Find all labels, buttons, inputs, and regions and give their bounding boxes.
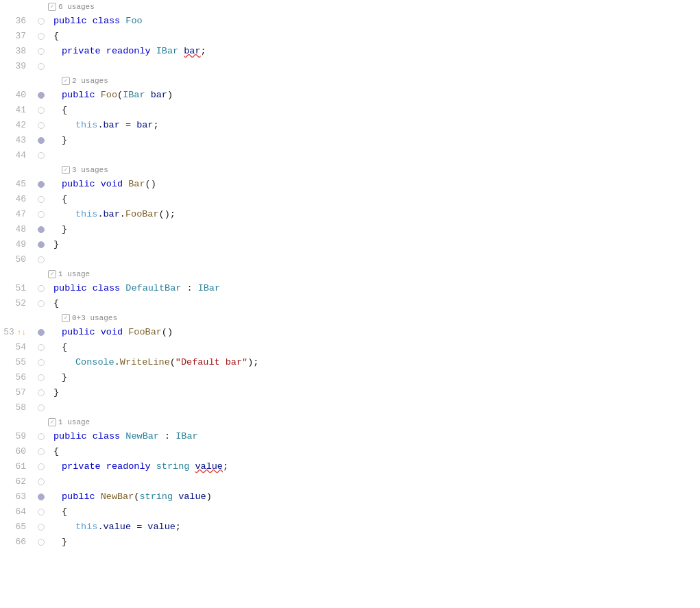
line-num-48: 48 <box>0 222 34 237</box>
code-line-36: 36 public class Foo <box>0 14 700 29</box>
breakpoint-57[interactable] <box>34 389 48 396</box>
line-num-45: 45 <box>0 177 34 192</box>
breakpoint-37[interactable] <box>34 33 48 40</box>
badge-icon-40: ✓ <box>62 77 70 85</box>
line-num-38: 38 <box>0 44 34 59</box>
usages-text-51: 1 usage <box>58 267 90 281</box>
code-content-63: public NewBar(string value) <box>48 489 700 504</box>
code-content-64: { <box>48 504 700 520</box>
code-content-51: public class DefaultBar : IBar <box>48 281 700 296</box>
line-num-53: 53 ↑↓ <box>0 325 34 340</box>
code-content-61: private readonly string value; <box>48 459 700 474</box>
breakpoint-38[interactable] <box>34 48 48 55</box>
code-line-40: 40 public Foo(IBar bar) <box>0 88 700 103</box>
code-content-65: this.value = value; <box>48 520 700 535</box>
code-line-58: 58 <box>0 400 700 415</box>
line-num-57: 57 <box>0 385 34 400</box>
code-content-45: public void Bar() <box>48 177 700 192</box>
breakpoint-49[interactable] <box>34 241 48 248</box>
usages-line-45[interactable]: ✓ 3 usages <box>0 163 700 177</box>
code-line-39: 39 <box>0 59 700 74</box>
usages-text-53: 0+3 usages <box>72 311 117 325</box>
line-num-60: 60 <box>0 444 34 459</box>
breakpoint-40[interactable] <box>34 92 48 99</box>
breakpoint-42[interactable] <box>34 122 48 129</box>
code-content-60: { <box>48 444 700 459</box>
breakpoint-44[interactable] <box>34 152 48 159</box>
code-line-45: 45 public void Bar() <box>0 177 700 192</box>
breakpoint-66[interactable] <box>34 539 48 546</box>
code-content-52: { <box>48 296 700 311</box>
code-line-54: 54 { <box>0 340 700 355</box>
breakpoint-41[interactable] <box>34 107 48 114</box>
breakpoint-54[interactable] <box>34 344 48 351</box>
usages-badge-36[interactable]: ✓ 6 usages <box>48 0 95 14</box>
badge-icon-53: ✓ <box>62 314 70 322</box>
breakpoint-61[interactable] <box>34 463 48 470</box>
line-num-39: 39 <box>0 59 34 74</box>
breakpoint-45[interactable] <box>34 181 48 188</box>
usages-line-36[interactable]: ✓ 6 usages <box>0 0 700 14</box>
line-num-54: 54 <box>0 340 34 355</box>
code-content-47: this.bar.FooBar(); <box>48 207 700 222</box>
breakpoint-64[interactable] <box>34 509 48 515</box>
code-line-63: 63 public NewBar(string value) <box>0 489 700 504</box>
code-line-52: 52 { <box>0 296 700 311</box>
breakpoint-51[interactable] <box>34 285 48 292</box>
usages-badge-40[interactable]: ✓ 2 usages <box>62 74 108 88</box>
code-line-51: 51 public class DefaultBar : IBar <box>0 281 700 296</box>
usages-badge-51[interactable]: ✓ 1 usage <box>48 267 90 281</box>
code-content-66: } <box>48 535 700 550</box>
code-line-61: 61 private readonly string value; <box>0 459 700 474</box>
code-content-36: public class Foo <box>48 14 700 29</box>
code-line-42: 42 this.bar = bar; <box>0 118 700 133</box>
code-line-53: 53 ↑↓ public void FooBar() <box>0 325 700 340</box>
breakpoint-52[interactable] <box>34 300 48 307</box>
usages-text-40: 2 usages <box>72 74 108 88</box>
breakpoint-50[interactable] <box>34 256 48 263</box>
badge-icon-45: ✓ <box>62 166 70 174</box>
breakpoint-53[interactable] <box>34 329 48 336</box>
badge-icon-36: ✓ <box>48 3 56 11</box>
code-content-53: public void FooBar() <box>48 325 700 340</box>
code-line-60: 60 { <box>0 444 700 459</box>
code-line-66: 66 } <box>0 535 700 550</box>
usages-text-59: 1 usage <box>58 415 90 429</box>
line-num-62: 62 <box>0 474 34 489</box>
breakpoint-36[interactable] <box>34 18 48 25</box>
breakpoint-58[interactable] <box>34 404 48 411</box>
breakpoint-43[interactable] <box>34 137 48 144</box>
code-content-55: Console.WriteLine("Default bar"); <box>48 355 700 370</box>
line-num-46: 46 <box>0 192 34 207</box>
code-content-38: private readonly IBar bar; <box>48 44 700 59</box>
code-line-65: 65 this.value = value; <box>0 520 700 535</box>
line-num-55: 55 <box>0 355 34 370</box>
usages-badge-53[interactable]: ✓ 0+3 usages <box>62 311 117 325</box>
code-content-54: { <box>48 340 700 355</box>
code-content-43: } <box>48 133 700 148</box>
breakpoint-39[interactable] <box>34 63 48 70</box>
breakpoint-59[interactable] <box>34 433 48 440</box>
usages-line-59[interactable]: ✓ 1 usage <box>0 415 700 429</box>
breakpoint-55[interactable] <box>34 359 48 366</box>
usages-line-51[interactable]: ✓ 1 usage <box>0 267 700 281</box>
line-num-58: 58 <box>0 400 34 415</box>
breakpoint-48[interactable] <box>34 226 48 233</box>
breakpoint-47[interactable] <box>34 211 48 218</box>
usages-badge-59[interactable]: ✓ 1 usage <box>48 415 90 429</box>
breakpoint-56[interactable] <box>34 374 48 381</box>
breakpoint-60[interactable] <box>34 448 48 455</box>
usages-badge-45[interactable]: ✓ 3 usages <box>62 163 108 177</box>
usages-line-40[interactable]: ✓ 2 usages <box>0 74 700 88</box>
code-line-44: 44 <box>0 148 700 163</box>
usages-text-36: 6 usages <box>58 0 95 14</box>
breakpoint-65[interactable] <box>34 524 48 531</box>
breakpoint-63[interactable] <box>34 494 48 500</box>
line-num-41: 41 <box>0 103 34 118</box>
code-content-41: { <box>48 103 700 118</box>
usages-line-53[interactable]: ✓ 0+3 usages <box>0 311 700 325</box>
breakpoint-62[interactable] <box>34 478 48 485</box>
breakpoint-46[interactable] <box>34 196 48 203</box>
code-line-46: 46 { <box>0 192 700 207</box>
badge-icon-51: ✓ <box>48 270 56 278</box>
